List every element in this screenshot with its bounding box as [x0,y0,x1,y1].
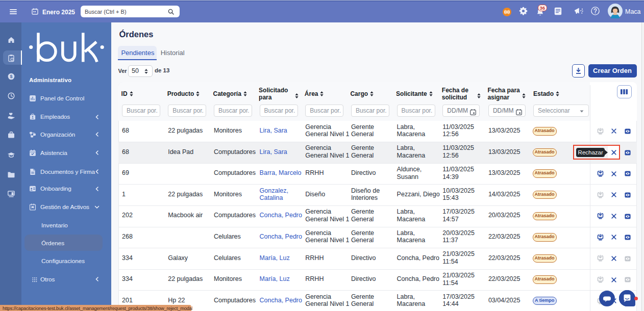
svg-text:$: $ [10,74,12,79]
